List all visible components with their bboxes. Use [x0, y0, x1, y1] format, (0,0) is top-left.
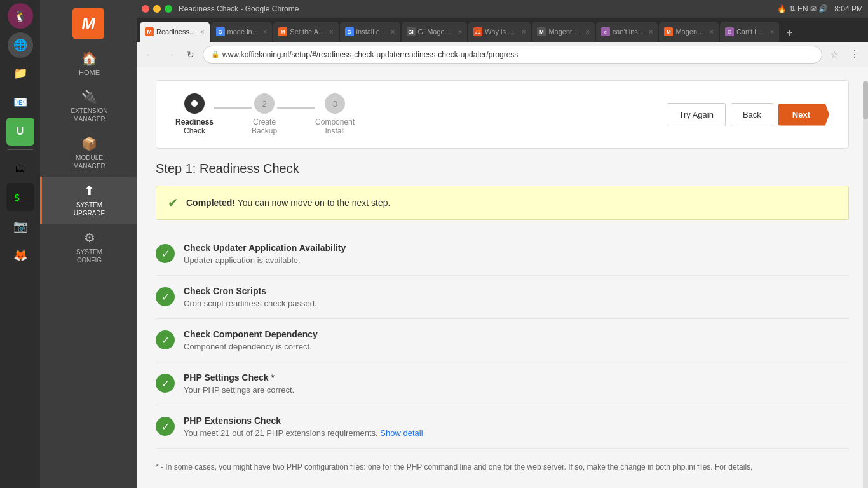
magento-logo-letter: M	[81, 14, 95, 34]
tab-mode-in[interactable]: G mode in... ×	[211, 22, 273, 42]
sidebar-filezilla[interactable]: 📁	[6, 59, 34, 87]
success-banner: ✔ Completed! You can now move on to the …	[156, 186, 849, 220]
tab-magento3[interactable]: M Magent... ×	[659, 22, 718, 42]
window-min-btn[interactable]	[153, 5, 161, 13]
tab-favicon-set: M	[278, 27, 287, 36]
tab-why-label: Why is M...	[485, 28, 517, 36]
check-item-dependency: ✓ Check Component Dependency Component d…	[156, 319, 849, 362]
check-dependency-title: Check Component Dependency	[184, 329, 849, 339]
tab-magento2-close[interactable]: ×	[585, 28, 589, 36]
step-3-sublabel: Install	[325, 126, 344, 135]
window-max-btn[interactable]	[165, 5, 172, 13]
tab-cant2-close[interactable]: ×	[770, 28, 774, 36]
extension-manager-icon: 🔌	[81, 89, 97, 104]
sidebar-camera[interactable]: 📷	[6, 212, 34, 240]
tab-cant-close[interactable]: ×	[649, 28, 653, 36]
new-tab-btn[interactable]: +	[780, 24, 798, 42]
magento-logo-area: M	[40, 0, 137, 44]
firefox-icon: 🦊	[13, 248, 27, 262]
tab-magento3-close[interactable]: ×	[709, 28, 713, 36]
sidebar-item-home[interactable]: 🏠 HOME	[40, 44, 137, 83]
tab-gi-label: GI Magent...	[418, 28, 453, 36]
scrollbar-track[interactable]	[863, 81, 868, 488]
sidebar-item-module-manager[interactable]: 📦 MODULEMANAGER	[40, 130, 137, 177]
sidebar-upwork[interactable]: U	[6, 118, 34, 146]
tab-why-is[interactable]: 🦊 Why is M... ×	[468, 22, 531, 42]
sidebar-item-home-label: HOME	[79, 69, 100, 76]
sidebar-item-extension-manager[interactable]: 🔌 EXTENSIONMANAGER	[40, 83, 137, 130]
sidebar-firefox[interactable]: 🦊	[6, 241, 34, 269]
tab-cant-label: can't ins...	[613, 28, 644, 36]
step-2-label: Create	[253, 118, 276, 126]
menu-btn[interactable]: ⋮	[846, 46, 863, 63]
ubuntu-sidebar: 🐧 🌐 📁 📧 U 🗂 $_ 📷 🦊	[0, 0, 40, 488]
step-1-label: Readiness	[175, 118, 214, 126]
check-php-settings-desc: Your PHP settings are correct.	[184, 385, 849, 395]
window-close-btn[interactable]	[142, 5, 149, 13]
check-dependency-desc: Component dependency is correct.	[184, 342, 849, 351]
sidebar-item-system-config[interactable]: ⚙ SYSTEMCONFIG	[40, 224, 137, 271]
show-detail-link[interactable]: Show detail	[380, 428, 423, 438]
reload-button[interactable]: ↻	[182, 46, 199, 63]
check-dependency-content: Check Component Dependency Component dep…	[184, 329, 849, 351]
wizard-header: Readiness Check 2 Create Backup 3	[156, 80, 849, 149]
tab-favicon-why: 🦊	[473, 27, 482, 36]
wizard-step-3: 3 Component Install	[315, 93, 355, 135]
tab-set-close[interactable]: ×	[329, 28, 333, 36]
check-php-settings-content: PHP Settings Check * Your PHP settings a…	[184, 372, 849, 395]
tab-mode-close[interactable]: ×	[263, 28, 267, 36]
sidebar-thunderbird[interactable]: 📧	[6, 88, 34, 116]
tab-cant-ins2[interactable]: C Can't ins... ×	[720, 22, 779, 42]
bookmark-btn[interactable]: ☆	[826, 46, 843, 63]
tab-gi-close[interactable]: ×	[458, 28, 462, 36]
url-bar[interactable]: 🔒 www.koffiekoning.nl/setup/#/readiness-…	[203, 46, 822, 64]
tab-readiness-close[interactable]: ×	[200, 28, 204, 36]
step-2-circle: 2	[254, 93, 275, 114]
back-button[interactable]: ←	[142, 46, 158, 63]
tab-gi-magento[interactable]: GI GI Magent... ×	[402, 22, 467, 42]
sidebar-terminal[interactable]: $_	[6, 183, 34, 211]
tab-why-close[interactable]: ×	[522, 28, 526, 36]
scrollbar-thumb[interactable]	[863, 81, 868, 119]
camera-icon: 📷	[13, 219, 27, 233]
tab-readiness[interactable]: M Readiness... ×	[140, 22, 210, 42]
upwork-icon: U	[17, 126, 24, 137]
magento-logo: M	[72, 8, 104, 39]
tab-favicon-readiness: M	[145, 27, 154, 36]
tab-favicon-install: G	[345, 27, 354, 36]
main-content: Readiness Check - Google Chrome 🔥 ⇅ EN ✉…	[137, 0, 868, 488]
step-connector-2-3	[277, 107, 315, 109]
tab-favicon-magento2: M	[537, 27, 546, 36]
sidebar-item-module-label: MODULEMANAGER	[73, 154, 105, 170]
tab-set-the[interactable]: M Set the A... ×	[273, 22, 338, 42]
sidebar-item-system-upgrade[interactable]: ⬆ SYSTEMUPGRADE	[40, 177, 137, 224]
tab-install[interactable]: G install e... ×	[340, 22, 400, 42]
url-text: www.koffiekoning.nl/setup/#/readiness-ch…	[222, 50, 518, 59]
try-again-button[interactable]: Try Again	[667, 103, 725, 126]
tab-cant-ins[interactable]: c can't ins... ×	[596, 22, 658, 42]
sidebar-chromium[interactable]: 🌐	[8, 32, 33, 58]
check-php-extensions-icon: ✓	[156, 417, 175, 436]
check-php-settings-title: PHP Settings Check *	[184, 372, 849, 383]
tabs-bar: M Readiness... × G mode in... × M Set th…	[137, 18, 868, 42]
next-button[interactable]: Next	[778, 104, 829, 126]
check-item-php-settings: ✓ PHP Settings Check * Your PHP settings…	[156, 362, 849, 405]
check-cron-icon: ✓	[156, 287, 175, 306]
back-button-wizard[interactable]: Back	[731, 103, 773, 126]
footnote: * - In some cases, you might have two PH…	[156, 461, 849, 473]
tab-favicon-mode: G	[216, 27, 225, 36]
ubuntu-logo[interactable]: 🐧	[8, 3, 33, 29]
check-item-cron: ✓ Check Cron Scripts Cron script readine…	[156, 276, 849, 319]
check-updater-icon: ✓	[156, 244, 175, 263]
thunderbird-icon: 📧	[13, 95, 27, 109]
window-title: Readiness Check - Google Chrome	[179, 4, 299, 13]
step-1-dot	[191, 100, 198, 107]
wizard-steps: Readiness Check 2 Create Backup 3	[175, 93, 355, 135]
tab-install-close[interactable]: ×	[391, 28, 395, 36]
step-3-label: Component	[315, 118, 355, 126]
tab-magento2[interactable]: M Magento... ×	[532, 22, 594, 42]
forward-button[interactable]: →	[162, 46, 179, 63]
filezilla-icon: 📁	[13, 66, 27, 80]
sidebar-filemanager[interactable]: 🗂	[6, 154, 34, 182]
clock: 8:04 PM	[834, 4, 863, 13]
